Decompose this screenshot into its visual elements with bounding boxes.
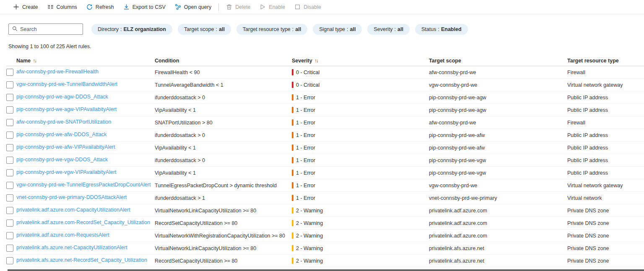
- create-button[interactable]: Create: [8, 0, 43, 14]
- severity-cell: 1 - Error: [292, 119, 429, 126]
- alert-rules-table: Name ↑↓ Condition Severity ↑↓ Target sco…: [6, 55, 644, 267]
- rule-name-link[interactable]: pip-connsby-prd-we-afw-DDOS_Attack: [16, 132, 106, 137]
- pill-label: Status: [421, 26, 436, 32]
- checkbox-cell: [6, 119, 16, 126]
- row-checkbox[interactable]: [6, 257, 13, 264]
- open-query-button[interactable]: Open query: [170, 0, 216, 14]
- row-checkbox[interactable]: [6, 245, 13, 252]
- row-checkbox[interactable]: [6, 144, 13, 151]
- rule-name-link[interactable]: pip-connsby-prd-we-agw-DDOS_Attack: [16, 94, 108, 100]
- pill-separator: :: [395, 26, 396, 32]
- create-label: Create: [22, 4, 38, 10]
- checkbox-cell: [6, 219, 16, 227]
- rule-name-link[interactable]: vnet-connsby-prd-we-primary-DDOSAttackAl…: [16, 194, 127, 200]
- row-checkbox[interactable]: [6, 207, 13, 214]
- open-query-label: Open query: [184, 4, 211, 10]
- filter-pill-status[interactable]: Status : Enabled: [415, 24, 468, 35]
- row-checkbox[interactable]: [6, 169, 13, 176]
- checkbox-cell: [6, 94, 16, 101]
- table-row: vgw-connsby-prd-we-TunnelBandwidthAlert …: [6, 79, 644, 91]
- table-row: privatelink.adf.azure.com-RecordSet_Capa…: [6, 217, 644, 230]
- stop-square-icon: [294, 4, 301, 10]
- row-checkbox[interactable]: [6, 182, 13, 189]
- checkbox-cell: [6, 257, 16, 264]
- column-header-target-resource-type[interactable]: Target resource type: [567, 58, 644, 64]
- refresh-button[interactable]: Refresh: [82, 0, 119, 14]
- table-row: pip-connsby-prd-we-afw-VIPAvailabityAler…: [6, 142, 644, 154]
- columns-icon: [47, 4, 54, 10]
- table-row: pip-connsby-prd-we-afw-DDOS_Attack ifund…: [6, 129, 644, 142]
- pill-label: Signal type: [319, 26, 345, 32]
- rule-target-resource-type: Private DNS zone: [567, 245, 644, 251]
- severity-cell: 2 - Warning: [292, 220, 429, 226]
- toolbar-separator: [218, 3, 219, 11]
- pill-separator: :: [438, 26, 439, 32]
- name-cell: privatelink.adf.azure.com-RequestsAlert: [16, 232, 155, 239]
- rule-target-resource-type: Firewall: [567, 120, 644, 126]
- horizontal-scrollbar[interactable]: [8, 269, 644, 271]
- severity-bar-icon: [292, 94, 293, 101]
- pill-value: all: [397, 26, 403, 32]
- name-cell: pip-connsby-prd-we-agw-DDOS_Attack: [16, 94, 155, 101]
- filter-pill-directory[interactable]: Directory : ELZ organization: [91, 24, 172, 35]
- column-header-target-scope[interactable]: Target scope: [429, 58, 567, 64]
- rule-name-link[interactable]: vgw-connsby-prd-we-TunnelEgressPacketDro…: [16, 182, 151, 188]
- rule-name-link[interactable]: privatelink.afs.azure.net-CapacityUtiliz…: [16, 245, 127, 250]
- rule-name-link[interactable]: privatelink.adf.azure.com-RecordSet_Capa…: [16, 219, 150, 225]
- rule-name-link[interactable]: pip-connsby-prd-we-afw-VIPAvailabityAler…: [16, 144, 115, 150]
- filter-pill-target-resource-type[interactable]: Target resource type : all: [236, 24, 307, 35]
- columns-label: Columns: [57, 4, 77, 10]
- filter-pill-target-scope[interactable]: Target scope : all: [178, 24, 231, 35]
- disable-button[interactable]: Disable: [290, 0, 326, 14]
- rule-name-link[interactable]: pip-connsby-prd-we-agw-VIPAvailabityAler…: [16, 106, 117, 112]
- rule-name-link[interactable]: privatelink.adf.azure.com-CapacityUtiliz…: [16, 207, 130, 213]
- query-graph-icon: [175, 4, 181, 10]
- column-header-name[interactable]: Name ↑↓: [16, 58, 155, 64]
- rule-condition: ifunderddosattack > 0: [155, 157, 292, 163]
- rule-name-link[interactable]: privatelink.adf.azure.com-RequestsAlert: [16, 232, 109, 238]
- filter-pill-signal-type[interactable]: Signal type : all: [313, 24, 362, 35]
- rule-target-scope: pip-connsby-prd-we-agw: [429, 95, 567, 101]
- row-checkbox[interactable]: [6, 106, 13, 114]
- severity-label: 2 - Warning: [296, 208, 323, 214]
- severity-cell: 1 - Error: [292, 195, 429, 201]
- trash-icon: [226, 4, 232, 10]
- row-checkbox[interactable]: [6, 194, 13, 201]
- severity-cell: 0 - Critical: [292, 82, 429, 88]
- row-checkbox[interactable]: [6, 157, 13, 164]
- row-checkbox[interactable]: [6, 69, 13, 76]
- pill-value: all: [295, 26, 301, 32]
- row-checkbox[interactable]: [6, 81, 13, 88]
- enable-button[interactable]: Enable: [255, 0, 290, 14]
- filter-pill-severity[interactable]: Severity : all: [367, 24, 410, 35]
- column-header-condition[interactable]: Condition: [155, 58, 292, 64]
- rule-name-link[interactable]: vgw-connsby-prd-we-TunnelBandwidthAlert: [16, 81, 117, 87]
- rule-target-scope: vgw-connsby-prd-we: [429, 82, 567, 88]
- rule-name-link[interactable]: afw-connsby-prd-we-FirewallHealth: [16, 69, 99, 75]
- row-checkbox[interactable]: [6, 94, 13, 101]
- row-checkbox[interactable]: [6, 119, 13, 126]
- checkbox-cell: [6, 157, 16, 164]
- play-icon: [260, 4, 266, 10]
- row-checkbox[interactable]: [6, 219, 13, 227]
- rule-name-link[interactable]: pip-connsby-prd-we-vgw-DDOS_Attack: [16, 157, 108, 163]
- search-input[interactable]: [20, 26, 79, 32]
- column-header-severity[interactable]: Severity ↑↓: [292, 58, 429, 64]
- delete-button[interactable]: Delete: [221, 0, 255, 14]
- row-checkbox[interactable]: [6, 132, 13, 139]
- severity-label: 0 - Critical: [296, 82, 319, 88]
- rule-condition: VirtualNetworkLinkCapacityUtilization >=…: [155, 208, 292, 214]
- search-box[interactable]: [8, 23, 83, 35]
- severity-bar-icon: [292, 107, 293, 113]
- severity-cell: 1 - Error: [292, 170, 429, 176]
- table-row: pip-connsby-prd-we-vgw-VIPAvailabityAler…: [6, 167, 644, 179]
- checkbox-cell: [6, 232, 16, 239]
- rule-name-link[interactable]: privatelink.afs.azure.net-RecordSet_Capa…: [16, 257, 147, 263]
- severity-cell: 1 - Error: [292, 182, 429, 188]
- rule-name-link[interactable]: pip-connsby-prd-we-vgw-VIPAvailabityAler…: [16, 169, 117, 175]
- severity-bar-icon: [292, 258, 293, 264]
- rule-name-link[interactable]: afw-connsby-prd-we-SNATPortUtilization: [16, 119, 111, 125]
- row-checkbox[interactable]: [6, 232, 13, 239]
- export-csv-button[interactable]: Export to CSV: [119, 0, 170, 14]
- columns-button[interactable]: Columns: [43, 0, 82, 14]
